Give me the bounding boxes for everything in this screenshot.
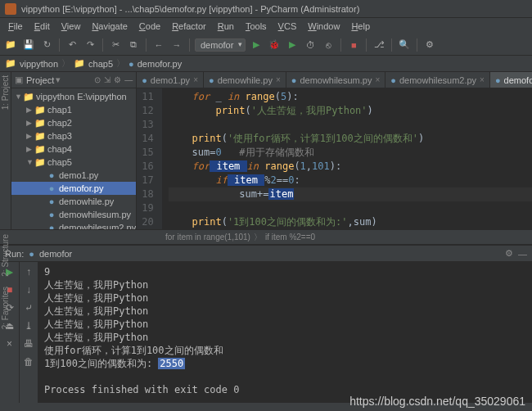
code-body[interactable]: for _ in range(5): print('人生苦短，我用Python'…: [162, 88, 532, 229]
stop-icon[interactable]: ■: [346, 38, 361, 52]
tree-folder[interactable]: ▶📁chap2: [11, 116, 136, 129]
menu-vcs[interactable]: VCS: [273, 20, 302, 33]
folder-icon: 📁: [74, 58, 85, 69]
folder-icon: 📁: [5, 58, 16, 69]
tree-root[interactable]: ▼📁vippython E:\vippython: [11, 90, 136, 103]
menu-run[interactable]: Run: [213, 20, 239, 33]
breadcrumb-folder[interactable]: chap5: [88, 59, 113, 69]
search-icon[interactable]: 🔍: [397, 38, 412, 52]
menubar: File Edit View Navigate Code Refactor Ru…: [0, 18, 532, 34]
left-tool-tabs: 2: Structure 2: Favorites: [0, 231, 15, 332]
editor-tab[interactable]: ●demowhilesum2.py×: [385, 72, 490, 88]
tree-file[interactable]: ●demowhilesum.py: [11, 208, 136, 221]
vcs-icon[interactable]: ⎇: [372, 38, 386, 52]
hide-icon[interactable]: —: [124, 75, 133, 84]
window-title: vippython [E:\vippython] - ...\chap5\dem…: [21, 4, 527, 14]
project-tree[interactable]: ▼📁vippython E:\vippython ▶📁chap1 ▶📁chap2…: [11, 88, 136, 229]
up-icon[interactable]: ↑: [22, 265, 35, 278]
toolbar: 📁 💾 ↻ ↶ ↷ ✂ ⧉ ← → demofor ▶ 🐞 ▶ ⏱ ⎋ ■ ⎇ …: [0, 34, 532, 56]
attach-icon[interactable]: ⎋: [321, 38, 336, 52]
expand-icon[interactable]: ⇲: [104, 75, 110, 84]
menu-code[interactable]: Code: [134, 20, 165, 33]
left-gutter: 1: Project: [0, 72, 11, 229]
menu-help[interactable]: Help: [346, 20, 375, 33]
coverage-icon[interactable]: ▶: [285, 38, 300, 52]
settings-icon[interactable]: ⚙: [422, 38, 437, 52]
titlebar: vippython [E:\vippython] - ...\chap5\dem…: [0, 0, 532, 18]
run-header: Run: ● demofor ⚙ —: [0, 246, 532, 262]
breadcrumb-root[interactable]: vippython: [20, 59, 58, 69]
editor-tab[interactable]: ●demo1.py×: [137, 72, 204, 88]
tree-folder[interactable]: ▼📁chap5: [11, 156, 136, 169]
debug-icon[interactable]: 🐞: [267, 38, 282, 52]
wrap-icon[interactable]: ⤶: [22, 301, 35, 314]
panel-title: Project: [26, 75, 54, 85]
tree-folder[interactable]: ▶📁chap4: [11, 142, 136, 156]
back-icon[interactable]: ←: [151, 38, 166, 52]
gear-icon[interactable]: ⚙: [114, 75, 121, 84]
sidetab-favorites[interactable]: 2: Favorites: [0, 283, 15, 332]
print-icon[interactable]: 🖶: [22, 337, 35, 350]
save-icon[interactable]: 💾: [21, 38, 36, 52]
menu-edit[interactable]: Edit: [29, 20, 55, 33]
editor: ●demo1.py× ●demowhile.py× ●demowhilesum.…: [137, 72, 532, 229]
scroll-icon[interactable]: ⤓: [22, 319, 35, 332]
code-area[interactable]: 111213 141516 171819 2021 for _ in range…: [137, 88, 532, 229]
editor-tabs: ●demo1.py× ●demowhile.py× ●demowhilesum.…: [137, 72, 532, 88]
console-output[interactable]: 9 人生苦短，我用Python 人生苦短，我用Python 人生苦短，我用Pyt…: [38, 262, 532, 403]
redo-icon[interactable]: ↷: [83, 38, 97, 52]
project-panel: ▣ Project ▾ ⊙ ⇲ ⚙ — ▼📁vippython E:\vippy…: [11, 72, 137, 229]
menu-file[interactable]: File: [3, 20, 28, 33]
close-icon[interactable]: ×: [3, 337, 16, 350]
python-file-icon: ●: [29, 249, 34, 259]
tree-folder[interactable]: ▶📁chap1: [11, 103, 136, 116]
tree-file-selected[interactable]: ●demofor.py: [11, 182, 136, 195]
sidetab-structure[interactable]: 2: Structure: [0, 231, 15, 280]
gear-icon[interactable]: ⚙: [505, 248, 513, 259]
tree-file[interactable]: ●demowhilesum2.py: [11, 221, 136, 229]
structure-crumb: for item in range(1,101) 〉 if item %2==0: [0, 229, 532, 244]
run-icon[interactable]: ▶: [249, 38, 264, 52]
forward-icon[interactable]: →: [169, 38, 184, 52]
breadcrumb-file[interactable]: demofor.py: [138, 59, 182, 69]
editor-tab[interactable]: ●demowhilesum.py×: [286, 72, 386, 88]
tree-file[interactable]: ●demo1.py: [11, 169, 136, 182]
close-icon[interactable]: ×: [193, 75, 198, 84]
open-icon[interactable]: 📁: [3, 38, 18, 52]
python-file-icon: ●: [128, 59, 134, 69]
down-icon[interactable]: ↓: [22, 283, 35, 296]
close-icon[interactable]: ×: [276, 75, 281, 84]
run-config-select[interactable]: demofor: [195, 38, 246, 52]
tree-file[interactable]: ●demowhile.py: [11, 195, 136, 208]
collapse-icon[interactable]: ▣: [15, 75, 23, 85]
menu-tools[interactable]: Tools: [241, 20, 272, 33]
profile-icon[interactable]: ⏱: [303, 38, 318, 52]
app-icon: [5, 3, 16, 15]
editor-tab-active[interactable]: ●demofor.py×: [490, 72, 532, 88]
run-name: demofor: [39, 249, 72, 259]
hide-icon[interactable]: —: [518, 249, 527, 259]
menu-window[interactable]: Window: [303, 20, 345, 33]
line-gutter: 111213 141516 171819 2021: [137, 88, 161, 229]
sidetab-project[interactable]: 1: Project: [0, 72, 11, 113]
project-panel-header: ▣ Project ▾ ⊙ ⇲ ⚙ —: [11, 72, 136, 88]
menu-refactor[interactable]: Refactor: [167, 20, 211, 33]
close-icon[interactable]: ×: [480, 75, 485, 84]
clear-icon[interactable]: 🗑: [22, 355, 35, 368]
copy-icon[interactable]: ⧉: [126, 38, 141, 52]
undo-icon[interactable]: ↶: [65, 38, 79, 52]
target-icon[interactable]: ⊙: [94, 75, 101, 84]
tree-folder[interactable]: ▶📁chap3: [11, 129, 136, 142]
refresh-icon[interactable]: ↻: [39, 38, 54, 52]
breadcrumb: 📁 vippython 〉 📁 chap5 〉 ● demofor.py: [0, 56, 532, 72]
run-panel: Run: ● demofor ⚙ — ▶ ■ ⟳ ⏏ × ↑ ↓ ⤶ ⤓ 🖶 🗑: [0, 244, 532, 403]
menu-view[interactable]: View: [56, 20, 86, 33]
menu-navigate[interactable]: Navigate: [87, 20, 132, 33]
cut-icon[interactable]: ✂: [108, 38, 123, 52]
editor-tab[interactable]: ●demowhile.py×: [204, 72, 286, 88]
watermark: https://blog.csdn.net/qq_35029061: [349, 395, 525, 408]
close-icon[interactable]: ×: [375, 75, 380, 84]
